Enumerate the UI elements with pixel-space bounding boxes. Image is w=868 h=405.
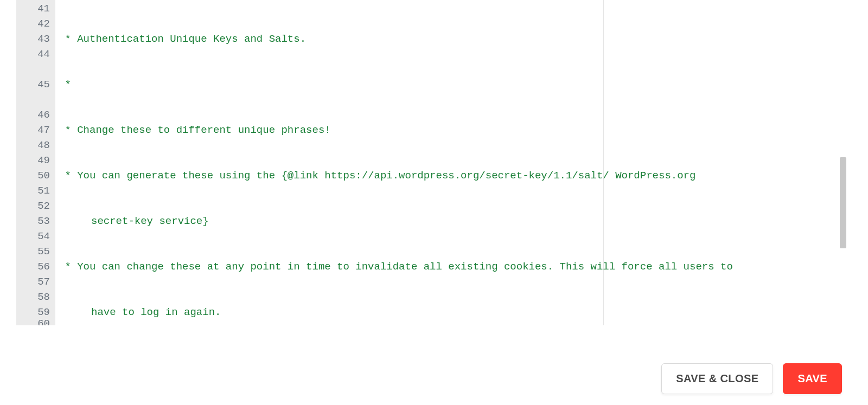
- code-comment: * Change these to different unique phras…: [59, 124, 331, 136]
- line-number: 56: [16, 259, 50, 274]
- line-number: 49: [16, 153, 50, 168]
- line-number: 60: [16, 320, 50, 325]
- line-number: 57: [16, 274, 50, 290]
- code-comment: have to log in again.: [91, 306, 221, 318]
- line-number: 54: [16, 229, 50, 244]
- line-number: 42: [16, 16, 50, 31]
- save-and-close-button[interactable]: SAVE & CLOSE: [661, 363, 773, 394]
- fold-marker-icon[interactable]: ▾: [44, 305, 51, 320]
- line-number: 48: [16, 138, 50, 153]
- code-comment: * You can change these at any point in t…: [59, 261, 739, 273]
- line-number: 52: [16, 198, 50, 214]
- scrollbar-thumb[interactable]: [840, 157, 846, 248]
- line-number: 47: [16, 123, 50, 138]
- line-number: 59▾: [16, 305, 50, 320]
- line-number: 44: [16, 47, 50, 62]
- code-comment: secret-key service}: [91, 215, 209, 227]
- footer-actions: SAVE & CLOSE SAVE: [0, 363, 846, 394]
- line-number: 55: [16, 244, 50, 259]
- save-button[interactable]: SAVE: [783, 363, 842, 394]
- line-number: 46: [16, 107, 50, 123]
- line-number: 50: [16, 168, 50, 183]
- code-comment: * You can generate these using the {@lin…: [59, 170, 702, 182]
- line-number-gutter: 41 42 43 44 45 46 47 48 49 50 51 52 53 5…: [16, 0, 55, 325]
- line-number: 58: [16, 290, 50, 305]
- code-editor[interactable]: 41 42 43 44 45 46 47 48 49 50 51 52 53 5…: [16, 0, 846, 325]
- code-comment: * Authentication Unique Keys and Salts.: [59, 33, 306, 45]
- line-number: 41: [16, 1, 50, 16]
- line-number: 51: [16, 183, 50, 198]
- line-number: 53: [16, 214, 50, 229]
- line-number: 45: [16, 77, 50, 92]
- scrollbar-track[interactable]: [837, 0, 846, 325]
- line-number: [16, 62, 50, 77]
- code-content[interactable]: * Authentication Unique Keys and Salts. …: [55, 0, 846, 325]
- line-number: [16, 92, 50, 107]
- line-number: 43: [16, 31, 50, 47]
- code-comment: *: [59, 79, 71, 91]
